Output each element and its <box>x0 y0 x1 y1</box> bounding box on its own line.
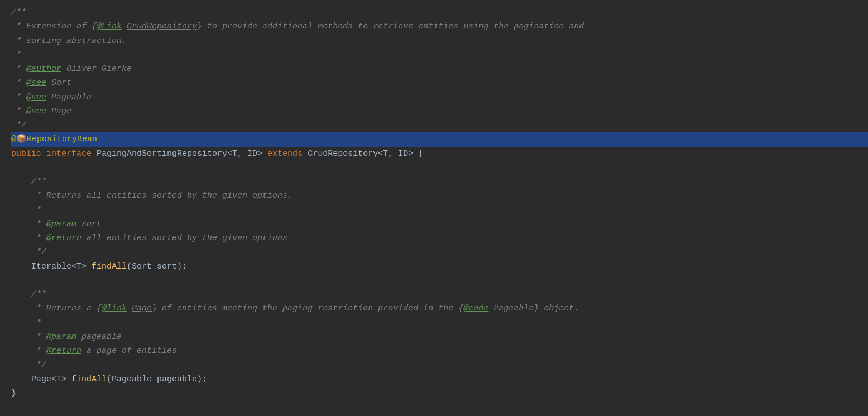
comment-star-see2: * <box>11 93 26 102</box>
comment-see-sort: Sort <box>46 78 71 88</box>
comment-open: /** <box>11 8 26 17</box>
line-3: * sorting abstraction. <box>11 34 868 48</box>
line-8: * @see Page <box>11 104 868 118</box>
line-6: * @see Sort <box>11 76 868 90</box>
inner-comment-page-ref: Page} of entities meeting the paging res… <box>127 304 463 313</box>
line-25: * @return a page of entities <box>11 344 868 358</box>
line-19: Iterable<T> findAll(Sort sort); <box>11 260 868 274</box>
line-5: * @author Oliver Gierke <box>11 62 868 76</box>
inner-param-tag-1: @param <box>46 219 76 229</box>
line-14: * Returns all entities sorted by the giv… <box>11 189 868 203</box>
line-9: */ <box>11 118 868 132</box>
inner-param-pageable: pageable <box>76 332 122 342</box>
line-24: * @param pageable <box>11 330 868 344</box>
interface-keyword: interface <box>46 149 92 159</box>
annotation-at: @ <box>11 135 16 144</box>
line-22: * Returns a {@link Page} of entities mee… <box>11 302 868 315</box>
comment-star-author: * <box>11 64 26 74</box>
findall-pageable-method: findAll <box>71 375 107 384</box>
line-18: */ <box>11 245 868 259</box>
inner-comment-close-1: */ <box>11 247 46 257</box>
line-11: public interface PagingAndSortingReposit… <box>11 147 868 161</box>
inner-return-text-2: a page of entities <box>81 346 177 356</box>
comment-see-tag-2: @see <box>26 93 46 102</box>
public-keyword: public <box>11 149 41 159</box>
inner-comment-open-2: /** <box>11 290 46 299</box>
line-7: * @see Pageable <box>11 90 868 104</box>
comment-see-pageable: Pageable <box>46 93 92 102</box>
line-12 <box>11 161 868 175</box>
line-17: * @return all entities sorted by the giv… <box>11 231 868 245</box>
inner-link-tag-2: @link <box>102 304 127 313</box>
comment-see-tag-3: @see <box>26 107 46 116</box>
line-16: * @param sort <box>11 217 868 231</box>
line-26: */ <box>11 358 868 372</box>
comment-star-1: * <box>11 50 21 60</box>
package-emoji: 📦 <box>16 135 27 144</box>
inner-comment-star-2: * <box>11 318 41 328</box>
comment-star-see1: * <box>11 78 26 88</box>
inner-comment-returns-all: * Returns all entities sorted by the giv… <box>11 191 292 200</box>
comment-star-see3: * <box>11 107 26 116</box>
inner-comment-param-star: * <box>11 219 46 229</box>
comment-see-page: Page <box>46 107 71 116</box>
comment-link-tag: @Link <box>97 22 122 31</box>
inner-comment-star-1: * <box>11 205 41 215</box>
comment-see-tag-1: @see <box>26 78 46 88</box>
inner-return-tag-2: @return <box>46 346 81 356</box>
inner-comment-returns-page: * Returns a { <box>11 304 102 313</box>
inner-param-tag-2: @param <box>46 332 76 342</box>
line-21: /** <box>11 288 868 302</box>
inner-comment-pageable-ref: Pageable} object. <box>488 304 579 313</box>
annotation-repository-bean: RepositoryBean <box>27 135 97 144</box>
line-4: * <box>11 48 868 62</box>
comment-close-1: */ <box>11 121 26 130</box>
code-editor: /** * Extension of {@Link CrudRepository… <box>0 0 868 416</box>
comment-body: * Extension of { <box>11 22 97 31</box>
extends-keyword: extends <box>267 149 303 159</box>
comment-author-tag: @author <box>26 64 61 74</box>
inner-comment-close-2: */ <box>11 360 46 370</box>
inner-return-text-1: all entities sorted by the given options <box>81 233 287 243</box>
line-27: Page<T> findAll(Pageable pageable); <box>11 372 868 386</box>
line-2: * Extension of {@Link CrudRepository} to… <box>11 20 868 34</box>
comment-author-name: Oliver Gierke <box>61 64 132 74</box>
inner-comment-open: /** <box>11 177 46 187</box>
line-15: * <box>11 203 868 217</box>
line-23: * <box>11 316 868 330</box>
inner-code-tag: @code <box>463 304 488 313</box>
inner-comment-param-star-2: * <box>11 332 46 342</box>
comment-body-2: CrudRepository} to provide additional me… <box>122 22 584 31</box>
inner-comment-return-star-2: * <box>11 346 46 356</box>
inner-param-sort: sort <box>76 219 102 229</box>
line-1: /** <box>11 6 868 20</box>
line-28: } <box>11 386 868 400</box>
inner-comment-return-star: * <box>11 233 46 243</box>
comment-sorting: * sorting abstraction. <box>11 36 127 46</box>
inner-return-tag-1: @return <box>46 233 81 243</box>
line-13: /** <box>11 175 868 189</box>
findall-sort-method: findAll <box>92 262 127 271</box>
line-20 <box>11 274 868 288</box>
line-10: @📦RepositoryBean <box>11 132 868 146</box>
closing-brace: } <box>11 389 16 398</box>
